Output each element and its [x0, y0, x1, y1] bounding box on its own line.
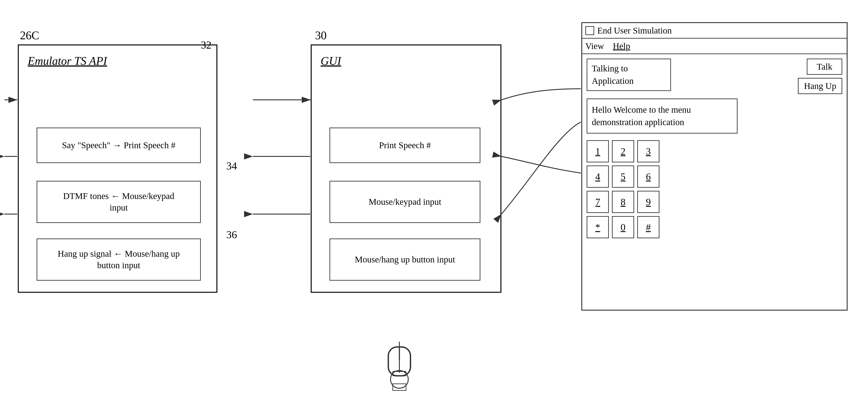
key-2[interactable]: 2: [612, 140, 634, 162]
simulation-window: End User Simulation View Help Talking to…: [581, 22, 847, 311]
hang-up-button[interactable]: Hang Up: [798, 78, 842, 94]
key-4[interactable]: 4: [587, 165, 609, 188]
window-menubar: View Help: [582, 39, 847, 54]
window-checkbox[interactable]: [585, 26, 594, 35]
button-group: Talk Hang Up: [798, 59, 842, 94]
status-area: Talking toApplication Talk Hang Up: [587, 59, 842, 94]
emulator-title: Emulator TS API: [28, 54, 107, 67]
emulator-sub-box-3: Hang up signal ← Mouse/hang upbutton inp…: [37, 239, 201, 281]
talking-to-status: Talking toApplication: [587, 59, 671, 91]
gui-sub-box-1: Print Speech #: [330, 128, 480, 163]
key-3[interactable]: 3: [637, 140, 659, 162]
window-title: End User Simulation: [597, 25, 672, 36]
key-8[interactable]: 8: [612, 191, 634, 213]
gui-box1-text: Print Speech #: [379, 140, 431, 151]
emulator-box: Emulator TS API 32 Say "Speech" → Print …: [18, 44, 217, 293]
key-hash[interactable]: #: [637, 216, 659, 238]
svg-rect-14: [393, 384, 406, 391]
gui-sub-box-2: Mouse/keypad input: [330, 181, 480, 223]
key-0[interactable]: 0: [612, 216, 634, 238]
emulator-box2-text: DTMF tones ← Mouse/keypadinput: [63, 190, 174, 213]
emulator-box3-text: Hang up signal ← Mouse/hang upbutton inp…: [58, 248, 180, 271]
mouse-icon: [386, 345, 413, 380]
label-32: 32: [201, 39, 212, 51]
key-9[interactable]: 9: [637, 191, 659, 213]
window-titlebar: End User Simulation: [582, 23, 847, 39]
key-1[interactable]: 1: [587, 140, 609, 162]
gui-sub-box-3: Mouse/hang up button input: [330, 239, 480, 281]
gui-box3-text: Mouse/hang up button input: [355, 254, 455, 265]
gui-box2-text: Mouse/keypad input: [369, 196, 441, 208]
menu-view[interactable]: View: [585, 41, 604, 51]
talk-button[interactable]: Talk: [807, 59, 842, 75]
gui-box: GUI Print Speech # Mouse/keypad input Mo…: [311, 44, 501, 293]
key-6[interactable]: 6: [637, 165, 659, 188]
emulator-box1-text: Say "Speech" → Print Speech #: [62, 140, 175, 151]
gui-title: GUI: [321, 54, 341, 67]
keypad-grid: 1 2 3 4 5 6 7 8 9 * 0 #: [587, 140, 842, 238]
key-7[interactable]: 7: [587, 191, 609, 213]
label-26c: 26C: [20, 29, 39, 42]
key-5[interactable]: 5: [612, 165, 634, 188]
key-star[interactable]: *: [587, 216, 609, 238]
diagram-container: 26C Emulator TS API 32 Say "Speech" → Pr…: [0, 0, 868, 398]
window-body: Talking toApplication Talk Hang Up Hello…: [582, 54, 847, 312]
label-34: 34: [226, 160, 237, 172]
welcome-text-box: Hello Welcome to the menu demonstration …: [587, 98, 738, 133]
menu-help[interactable]: Help: [613, 41, 630, 51]
label-36: 36: [226, 228, 237, 241]
emulator-sub-box-2: DTMF tones ← Mouse/keypadinput: [37, 181, 201, 223]
emulator-sub-box-1: Say "Speech" → Print Speech #: [37, 128, 201, 163]
label-30: 30: [315, 29, 327, 42]
